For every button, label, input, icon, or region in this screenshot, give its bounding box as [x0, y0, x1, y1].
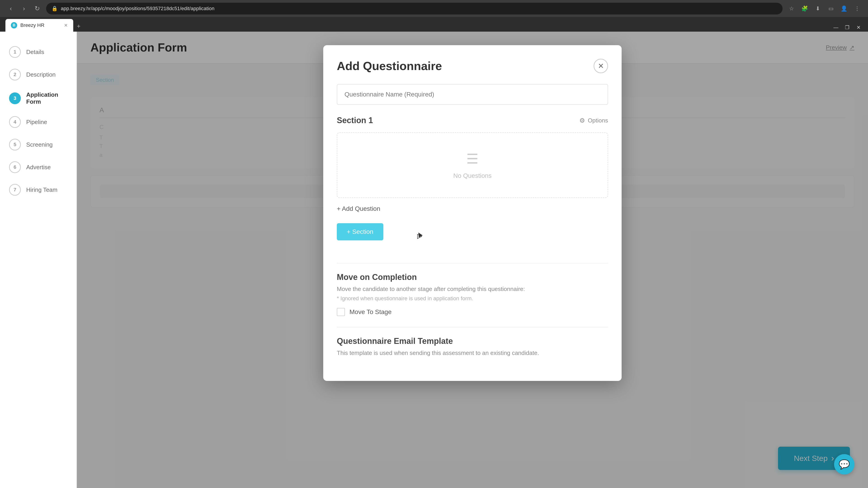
add-questionnaire-modal: Add Questionnaire ✕ Section 1 ⚙ Options — [323, 45, 622, 381]
new-tab-button[interactable]: + — [73, 21, 84, 32]
step-num-5: 5 — [9, 139, 21, 151]
tab-close-button[interactable]: ✕ — [64, 23, 68, 28]
address-bar[interactable]: 🔒 app.breezy.hr/app/c/moodjoy/positions/… — [46, 3, 782, 14]
add-section-button[interactable]: + Section — [337, 223, 383, 240]
section-block: Section 1 ⚙ Options ☰ No Questions + Add… — [337, 116, 608, 213]
completion-title: Move on Completion — [337, 272, 608, 282]
sidebar-item-details[interactable]: 1 Details — [0, 41, 76, 63]
email-template-section: Questionnaire Email Template This templa… — [337, 336, 608, 357]
completion-section: Move on Completion Move the candidate to… — [337, 272, 608, 316]
add-section-label: + Section — [347, 228, 373, 235]
section-title: Section 1 — [337, 116, 373, 125]
step-num-4: 4 — [9, 116, 21, 128]
options-label: Options — [588, 117, 608, 124]
extensions-button[interactable]: 🧩 — [799, 3, 810, 14]
step-num-7: 7 — [9, 184, 21, 196]
move-to-stage-label: Move To Stage — [349, 308, 392, 316]
modal-header: Add Questionnaire ✕ — [337, 59, 608, 73]
move-to-stage-checkbox[interactable] — [337, 308, 345, 316]
sidebar-item-advertise[interactable]: 6 Advertise — [0, 156, 76, 178]
maximize-button[interactable]: ❐ — [843, 24, 851, 32]
menu-button[interactable]: ⋮ — [852, 3, 863, 14]
completion-note: * Ignored when questionnaire is used in … — [337, 295, 608, 302]
modal-overlay[interactable]: Add Questionnaire ✕ Section 1 ⚙ Options — [77, 32, 868, 488]
active-tab[interactable]: B Breezy HR ✕ — [5, 19, 73, 32]
tab-title: Breezy HR — [20, 22, 61, 28]
reload-button[interactable]: ↻ — [32, 3, 42, 14]
step-num-2: 2 — [9, 69, 21, 80]
list-icon: ☰ — [466, 151, 478, 167]
section-top: Section 1 ⚙ Options — [337, 116, 608, 125]
download-button[interactable]: ⬇ — [812, 3, 823, 14]
sidebar-label-description: Description — [26, 71, 56, 78]
sidebar-item-description[interactable]: 2 Description — [0, 63, 76, 86]
step-num-3: 3 — [9, 92, 21, 104]
sidebar-label-hiring-team: Hiring Team — [26, 186, 57, 193]
chat-button[interactable]: 💬 — [834, 454, 855, 475]
display-button[interactable]: ▭ — [826, 3, 836, 14]
modal-title: Add Questionnaire — [337, 59, 442, 73]
sidebar-label-pipeline: Pipeline — [26, 119, 47, 126]
sidebar-item-application-form[interactable]: 3 Application Form — [0, 86, 76, 111]
sidebar-label-application-form: Application Form — [26, 91, 67, 105]
sidebar-label-details: Details — [26, 48, 44, 56]
main-content: Application Form Preview ↗ Section A C T… — [77, 32, 868, 488]
minimize-button[interactable]: — — [832, 24, 840, 32]
completion-description: Move the candidate to another stage afte… — [337, 286, 608, 293]
lock-icon: 🔒 — [52, 6, 58, 11]
options-button[interactable]: ⚙ Options — [579, 117, 608, 124]
email-template-description: This template is used when sending this … — [337, 350, 608, 357]
step-num-6: 6 — [9, 161, 21, 173]
no-questions-area: ☰ No Questions — [337, 132, 608, 198]
url-text: app.breezy.hr/app/c/moodjoy/positions/59… — [61, 6, 777, 11]
sidebar-item-screening[interactable]: 5 Screening — [0, 133, 76, 156]
close-button[interactable]: ✕ — [855, 24, 863, 32]
sidebar-label-advertise: Advertise — [26, 164, 51, 171]
forward-button[interactable]: › — [19, 3, 29, 14]
email-template-title: Questionnaire Email Template — [337, 336, 608, 346]
sidebar-item-pipeline[interactable]: 4 Pipeline — [0, 111, 76, 133]
sidebar-label-screening: Screening — [26, 141, 53, 148]
move-to-stage-row: Move To Stage — [337, 308, 608, 316]
profile-button[interactable]: 👤 — [839, 3, 849, 14]
divider-2 — [337, 327, 608, 327]
close-icon: ✕ — [598, 62, 604, 70]
no-questions-text: No Questions — [453, 172, 492, 180]
bookmark-button[interactable]: ☆ — [786, 3, 797, 14]
gear-icon: ⚙ — [579, 117, 585, 124]
sidebar: 1 Details 2 Description 3 Application Fo… — [0, 32, 77, 488]
questionnaire-name-input[interactable] — [337, 84, 608, 105]
back-button[interactable]: ‹ — [5, 3, 16, 14]
add-question-button[interactable]: + Add Question — [337, 205, 608, 213]
step-num-1: 1 — [9, 46, 21, 58]
sidebar-item-hiring-team[interactable]: 7 Hiring Team — [0, 178, 76, 201]
modal-close-button[interactable]: ✕ — [594, 59, 608, 73]
tab-favicon: B — [11, 22, 17, 29]
divider — [337, 263, 608, 263]
